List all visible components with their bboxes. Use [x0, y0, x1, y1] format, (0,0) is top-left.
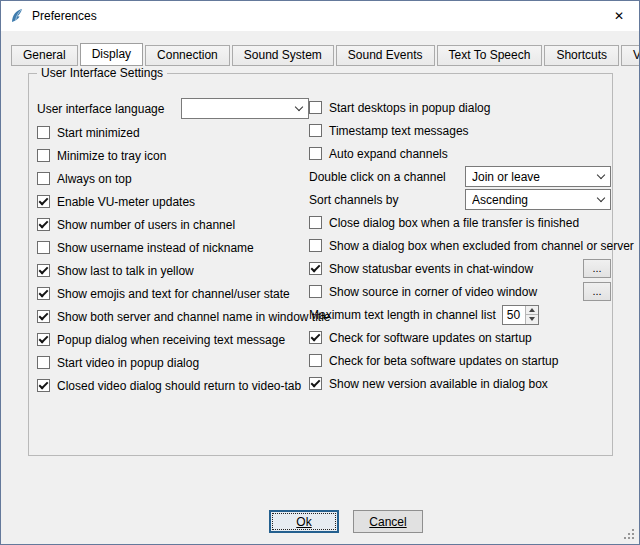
checkbox-label: Start video in popup dialog — [57, 356, 199, 370]
checkbox-start-minimized[interactable]: Start minimized — [37, 121, 309, 144]
ok-button[interactable]: Ok — [269, 510, 339, 533]
checkbox-box — [37, 126, 50, 139]
checkbox-box — [37, 195, 50, 208]
app-icon — [9, 8, 25, 24]
checkbox-box — [37, 287, 50, 300]
checkbox-label: Show a dialog box when excluded from cha… — [329, 239, 634, 253]
language-row: User interface language — [37, 96, 309, 121]
checkbox-box — [37, 310, 50, 323]
checkbox-box — [309, 354, 322, 367]
checkbox-statusbar-events[interactable]: Show statusbar events in chat-window ... — [309, 257, 611, 280]
checkbox-start-desktops-popup[interactable]: Start desktops in popup dialog — [309, 96, 611, 119]
checkbox-label: Enable VU-meter updates — [57, 195, 195, 209]
tab-video[interactable]: Video — [621, 45, 640, 66]
checkbox-excluded-dialog[interactable]: Show a dialog box when excluded from cha… — [309, 234, 611, 257]
language-select[interactable] — [181, 98, 309, 119]
checkbox-label: Show emojis and text for channel/user st… — [57, 287, 290, 301]
checkbox-vu-meter-updates[interactable]: Enable VU-meter updates — [37, 190, 309, 213]
checkbox-closed-video-return[interactable]: Closed video dialog should return to vid… — [37, 374, 309, 397]
checkbox-label: Show username instead of nickname — [57, 241, 254, 255]
checkbox-box — [309, 377, 322, 390]
max-text-length-row: Maximum text length in channel list 50 — [309, 303, 611, 326]
checkbox-label: Check for beta software updates on start… — [329, 354, 558, 368]
sort-channels-label: Sort channels by — [309, 193, 398, 207]
checkbox-label: Timestamp text messages — [329, 124, 469, 138]
right-settings-column: Start desktops in popup dialog Timestamp… — [309, 96, 611, 395]
checkbox-start-video-popup[interactable]: Start video in popup dialog — [37, 351, 309, 374]
checkbox-box — [309, 262, 322, 275]
checkbox-box — [37, 333, 50, 346]
titlebar: Preferences ✕ — [1, 1, 639, 31]
sort-channels-select[interactable]: Ascending — [465, 189, 611, 210]
close-button[interactable]: ✕ — [599, 1, 639, 31]
checkbox-box — [37, 172, 50, 185]
tab-connection[interactable]: Connection — [145, 45, 230, 66]
sort-channels-select-value: Ascending — [472, 193, 592, 207]
checkbox-last-to-talk-yellow[interactable]: Show last to talk in yellow — [37, 259, 309, 282]
checkbox-label: Close dialog box when a file transfer is… — [329, 216, 579, 230]
checkbox-show-username[interactable]: Show username instead of nickname — [37, 236, 309, 259]
checkbox-check-updates[interactable]: Check for software updates on startup — [309, 326, 611, 349]
language-label: User interface language — [37, 102, 164, 116]
checkbox-label: Auto expand channels — [329, 147, 448, 161]
spin-down-button[interactable] — [526, 315, 538, 324]
checkbox-box — [309, 124, 322, 137]
checkbox-minimize-to-tray[interactable]: Minimize to tray icon — [37, 144, 309, 167]
checkbox-label: Popup dialog when receiving text message — [57, 333, 285, 347]
checkbox-box — [309, 216, 322, 229]
tab-display[interactable]: Display — [80, 43, 143, 66]
checkbox-label: Show number of users in channel — [57, 218, 235, 232]
left-settings-column: User interface language Start minimized … — [37, 96, 309, 397]
checkbox-box — [37, 241, 50, 254]
checkbox-label: Closed video dialog should return to vid… — [57, 379, 301, 393]
checkbox-box — [37, 379, 50, 392]
checkbox-close-on-file-transfer[interactable]: Close dialog box when a file transfer is… — [309, 211, 611, 234]
checkbox-label: Show source in corner of video window — [329, 285, 537, 299]
window-title: Preferences — [32, 9, 97, 23]
checkbox-auto-expand-channels[interactable]: Auto expand channels — [309, 142, 611, 165]
checkbox-box — [309, 331, 322, 344]
checkbox-label: Start minimized — [57, 126, 140, 140]
checkbox-new-version-dialog[interactable]: Show new version available in dialog box — [309, 372, 611, 395]
checkbox-box — [309, 101, 322, 114]
checkbox-server-channel-in-title[interactable]: Show both server and channel name in win… — [37, 305, 309, 328]
checkbox-show-user-count[interactable]: Show number of users in channel — [37, 213, 309, 236]
checkbox-label: Always on top — [57, 172, 132, 186]
max-text-length-label: Maximum text length in channel list — [309, 308, 496, 322]
double-click-select[interactable]: Join or leave — [465, 166, 611, 187]
chevron-down-icon — [597, 171, 605, 179]
dialog-footer: Ok Cancel — [1, 510, 639, 533]
tab-sound-system[interactable]: Sound System — [232, 45, 334, 66]
checkbox-show-emojis[interactable]: Show emojis and text for channel/user st… — [37, 282, 309, 305]
double-click-label: Double click on a channel — [309, 170, 446, 184]
preferences-dialog: Preferences ✕ General Display Connection… — [0, 0, 640, 545]
checkbox-box — [37, 264, 50, 277]
tab-bar: General Display Connection Sound System … — [11, 43, 634, 66]
double-click-select-value: Join or leave — [472, 170, 592, 184]
checkbox-label: Check for software updates on startup — [329, 331, 532, 345]
video-source-browse-button[interactable]: ... — [583, 282, 611, 301]
checkbox-always-on-top[interactable]: Always on top — [37, 167, 309, 190]
chevron-down-icon — [295, 103, 303, 111]
max-text-length-spinner[interactable]: 50 — [502, 305, 539, 325]
sort-channels-row: Sort channels by Ascending — [309, 188, 611, 211]
checkbox-box — [37, 149, 50, 162]
cancel-button[interactable]: Cancel — [353, 510, 423, 533]
tab-shortcuts[interactable]: Shortcuts — [544, 45, 619, 66]
tab-text-to-speech[interactable]: Text To Speech — [437, 45, 543, 66]
checkbox-video-source-corner[interactable]: Show source in corner of video window ..… — [309, 280, 611, 303]
spin-up-button[interactable] — [526, 306, 538, 316]
checkbox-label: Minimize to tray icon — [57, 149, 166, 163]
checkbox-check-beta-updates[interactable]: Check for beta software updates on start… — [309, 349, 611, 372]
tab-sound-events[interactable]: Sound Events — [336, 45, 435, 66]
checkbox-label: Show new version available in dialog box — [329, 377, 548, 391]
checkbox-label: Show last to talk in yellow — [57, 264, 194, 278]
statusbar-events-browse-button[interactable]: ... — [583, 259, 611, 278]
resize-grip[interactable] — [624, 529, 635, 540]
tab-general[interactable]: General — [11, 45, 78, 66]
checkbox-box — [309, 239, 322, 252]
checkbox-timestamp-messages[interactable]: Timestamp text messages — [309, 119, 611, 142]
checkbox-popup-text-message[interactable]: Popup dialog when receiving text message — [37, 328, 309, 351]
group-title: User Interface Settings — [37, 66, 167, 80]
checkbox-box — [309, 285, 322, 298]
